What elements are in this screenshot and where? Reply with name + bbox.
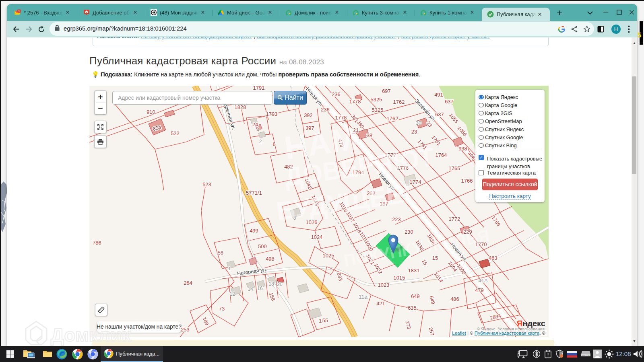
svg-text:1762: 1762 xyxy=(393,99,405,105)
svg-text:1015: 1015 xyxy=(394,275,405,281)
svg-text:30: 30 xyxy=(416,120,421,126)
svg-text:18: 18 xyxy=(268,281,274,287)
svg-text:11а: 11а xyxy=(359,294,368,300)
svg-text:522: 522 xyxy=(171,130,180,136)
svg-text:1778: 1778 xyxy=(335,115,347,121)
svg-text:1778: 1778 xyxy=(349,99,361,105)
svg-text:6: 6 xyxy=(272,141,275,147)
svg-text:637: 637 xyxy=(435,111,444,117)
svg-text:938: 938 xyxy=(458,146,467,152)
svg-text:253: 253 xyxy=(181,327,190,333)
svg-text:1762: 1762 xyxy=(387,115,398,121)
svg-text:236: 236 xyxy=(332,91,341,97)
svg-text:14: 14 xyxy=(248,286,253,292)
svg-text:479: 479 xyxy=(475,287,484,293)
svg-text:1023: 1023 xyxy=(378,282,390,288)
svg-text:649: 649 xyxy=(411,293,420,299)
svg-text:637: 637 xyxy=(445,99,454,105)
svg-text:523: 523 xyxy=(202,181,211,187)
svg-text:55: 55 xyxy=(322,317,328,323)
svg-text:15: 15 xyxy=(432,255,438,261)
svg-text:5325: 5325 xyxy=(372,107,384,113)
svg-text:1831: 1831 xyxy=(408,267,420,274)
svg-text:230: 230 xyxy=(405,229,413,235)
svg-text:421: 421 xyxy=(376,300,385,306)
svg-text:491: 491 xyxy=(434,92,443,98)
svg-text:41А: 41А xyxy=(478,278,487,284)
svg-text:1: 1 xyxy=(228,266,231,272)
svg-text:635: 635 xyxy=(408,305,417,311)
svg-text:1774: 1774 xyxy=(410,179,421,185)
svg-text:16: 16 xyxy=(257,286,263,291)
svg-text:236: 236 xyxy=(321,107,330,113)
svg-text:38: 38 xyxy=(367,132,372,138)
svg-text:1765: 1765 xyxy=(449,165,460,171)
svg-text:1828: 1828 xyxy=(235,104,246,110)
svg-text:56: 56 xyxy=(218,250,223,256)
svg-text:486: 486 xyxy=(450,296,459,302)
svg-text:499: 499 xyxy=(250,228,258,234)
svg-text:1766: 1766 xyxy=(461,178,473,184)
svg-text:73: 73 xyxy=(219,306,225,312)
svg-text:5325: 5325 xyxy=(371,97,382,103)
svg-text:12: 12 xyxy=(229,291,235,297)
svg-text:786: 786 xyxy=(93,240,101,246)
svg-text:24: 24 xyxy=(252,121,258,128)
svg-text:5771/1: 5771/1 xyxy=(246,190,262,196)
svg-text:23: 23 xyxy=(411,129,417,135)
svg-text:223: 223 xyxy=(392,216,401,222)
svg-text:498: 498 xyxy=(266,256,275,262)
svg-text:1772: 1772 xyxy=(449,216,460,222)
svg-text:1791: 1791 xyxy=(253,86,265,91)
svg-text:500: 500 xyxy=(258,243,267,249)
svg-text:1793: 1793 xyxy=(266,111,278,117)
svg-text:4: 4 xyxy=(257,127,260,133)
svg-text:2: 2 xyxy=(259,139,262,144)
svg-text:Домклик: Домклик xyxy=(51,325,131,346)
svg-text:697: 697 xyxy=(382,88,391,94)
svg-text:1764: 1764 xyxy=(436,152,447,158)
svg-text:1024: 1024 xyxy=(311,234,323,240)
svg-text:20: 20 xyxy=(277,282,283,287)
svg-text:1025: 1025 xyxy=(323,253,334,259)
svg-text:1: 1 xyxy=(18,9,20,13)
svg-text:910: 910 xyxy=(147,109,155,115)
svg-text:264: 264 xyxy=(184,280,192,286)
svg-text:392: 392 xyxy=(304,112,313,118)
svg-text:!: ! xyxy=(547,352,549,357)
svg-text:463: 463 xyxy=(489,255,497,261)
